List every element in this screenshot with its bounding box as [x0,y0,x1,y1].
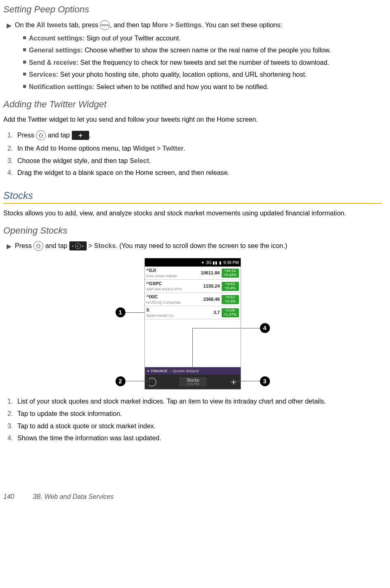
stock-price: 3.7 [213,309,220,316]
text-bold: More > Settings [152,21,202,28]
option-general-settings: General settings: Choose whether to show… [23,46,382,55]
stock-row-gspc[interactable]: ^GSPC S&P 500 INDEX,RTH 1150.24 +4.63+0.… [145,280,241,293]
section-title: 3B. Web and Data Services [33,493,113,500]
text: , and then tap [110,21,152,28]
stock-symbol: ^DJI [147,267,201,274]
finance-note: -- Quotes delayed [169,368,199,373]
text: and tap [46,132,71,139]
text: . [149,157,151,164]
text-bold: Widget > Twitter [133,145,184,152]
legend-item-2: 2. Tap to update the stock information. [7,409,382,418]
callout-4: 4 [260,323,270,333]
option-account-settings: Account settings: Sign out of your Twitt… [23,34,382,43]
square-bullet-icon [23,48,26,51]
option-text: Choose whether to show the screen name o… [83,47,331,54]
twitter-step-3: 3. Choose the widget style, and then tap… [7,156,382,165]
text: tab, press [67,21,100,28]
stock-price: 1150.24 [203,283,220,289]
callout-line [125,381,150,381]
opening-stocks-line: Press and tap > Stocks. (You may need to… [7,241,382,251]
change-badge: +4.63+0.4% [222,282,239,291]
callout-1: 1 [116,307,125,317]
peep-instruction-block: On the All tweets tab, press menu, and t… [7,21,382,92]
option-label: Services: [29,71,58,78]
home-icon [36,130,46,140]
stock-row-s[interactable]: S Sprint Nextel Co 3.7 +0.05+1.37% [145,306,241,319]
stocks-callout-legend: 1. List of your stock quotes and stock m… [7,397,382,442]
text: Press [17,132,36,139]
text: Press [15,243,33,250]
status-time: 9:38 PM [223,260,239,266]
change-badge: +9.51+0.4% [222,295,239,304]
text-bold: Stocks [94,243,116,250]
step-number: 1. [7,397,13,406]
text: In the [17,145,35,152]
text: . (You may need to scroll down the scree… [116,243,287,250]
callout-line [241,328,260,328]
legend-text: Shows the time the information was last … [17,435,161,442]
text: On the [15,21,36,28]
battery-icon: ▮ [219,260,222,266]
status-bar: ✦ 3G ▮▮ ▮ 9:38 PM [145,258,241,267]
finance-label: FINANCE [151,368,168,373]
stocks-screenshot-figure: ✦ 3G ▮▮ ▮ 9:38 PM ^DJI Dow Jones Industr… [3,258,382,390]
callout-2: 2 [116,376,125,386]
stocks-tab[interactable]: Stocks 2:41 PM [179,378,206,387]
stocks-intro-text: Stocks allows you to add, view, and anal… [3,209,382,218]
option-text: Sign out of your Twitter account. [85,35,181,42]
callout-line [192,328,240,328]
option-text: Set the frequency to check for new tweet… [78,59,329,66]
callout-line [192,328,193,373]
menu-icon: menu [100,20,110,30]
callout-line [125,312,144,313]
gps-icon: ✦ [201,260,204,266]
peep-options-list: Account settings: Sign out of your Twitt… [23,34,382,92]
twitter-steps-list: 1. Press and tap ＋. 2. In the Add to Hom… [7,131,382,177]
legend-item-3: 3. Tap to add a stock quote or stock mar… [7,422,382,431]
stock-symbol: S [147,307,214,313]
text: and tap [43,243,69,250]
svg-marker-0 [7,24,12,28]
stock-desc: NASDAQ Composite [147,300,203,305]
change-badge: +44.51+0.42% [222,269,239,278]
yahoo-icon: ● [147,368,149,373]
step-number: 3. [7,422,13,431]
option-label: General settings: [29,47,83,54]
text-bold: Add to Home [35,145,77,152]
arrow-icon [7,22,12,31]
text: Choose the widget style, and then tap [17,157,130,164]
add-icon[interactable]: ＋ [229,376,238,387]
stock-row-dji[interactable]: ^DJI Dow Jones Industr 10611.84 +44.51+0… [145,267,241,280]
square-bullet-icon [23,73,26,76]
text: . [184,145,185,152]
text: > [87,243,94,250]
twitter-step-2: 2. In the Add to Home options menu, tap … [7,144,382,153]
section-divider [3,203,382,204]
square-bullet-icon [23,36,26,39]
peep-main-instruction: On the All tweets tab, press menu, and t… [7,21,382,31]
text: options menu, tap [77,145,133,152]
stock-desc: S&P 500 INDEX,RTH [147,287,203,292]
step-number: 1. [7,131,13,140]
option-label: Send & receive: [29,59,78,66]
legend-text: Tap to update the stock information. [17,410,122,417]
legend-text: List of your stock quotes and stock mark… [17,398,326,405]
bottom-tab-bar: Stocks 2:41 PM ＋ [145,375,241,389]
stock-price: 10611.84 [201,270,220,276]
heading-stocks: Stocks [3,189,382,202]
refresh-icon[interactable] [147,378,156,387]
stock-row-ixic[interactable]: ^IXIC NASDAQ Composite 2368.46 +9.51+0.4… [145,293,241,306]
option-services: Services: Set your photo hosting site, p… [23,70,382,79]
twitter-intro-text: Add the Twitter widget to let you send a… [3,115,382,124]
phone-frame: ✦ 3G ▮▮ ▮ 9:38 PM ^DJI Dow Jones Industr… [144,258,241,390]
option-text: Select when to be notified and how you w… [95,83,269,90]
step-number: 2. [7,144,13,153]
option-label: Account settings: [29,35,85,42]
twitter-step-4: 4. Drag the widget to a blank space on t… [7,168,382,177]
page-number: 140 [3,493,14,500]
option-send-receive: Send & receive: Set the frequency to che… [23,58,382,67]
text: . [89,132,91,139]
callout-3: 3 [260,376,270,386]
change-badge: +0.05+1.37% [222,308,239,317]
stock-desc: Dow Jones Industr [147,274,201,279]
